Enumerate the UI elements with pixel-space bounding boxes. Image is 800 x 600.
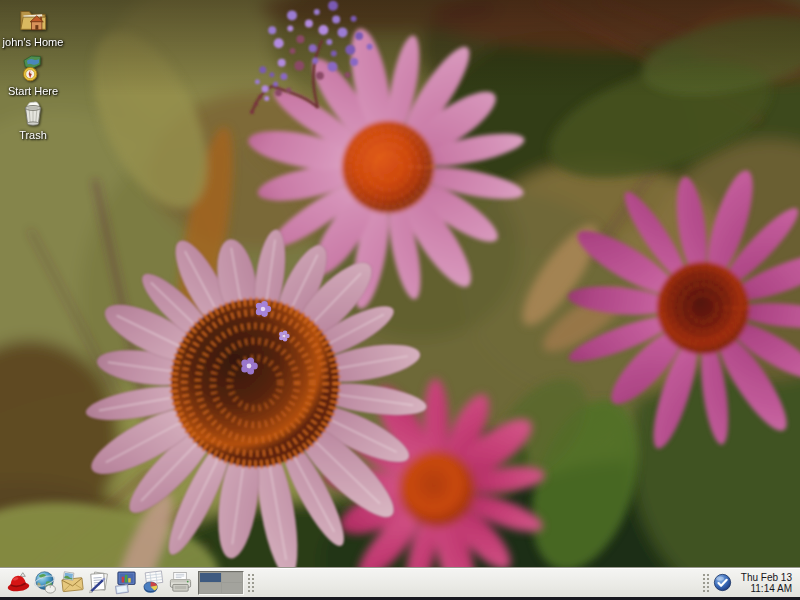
home-folder-icon (18, 4, 48, 34)
desktop-icon-label: Trash (19, 130, 47, 141)
web-browser-globe-icon (33, 570, 58, 595)
desktop-icon-label: john's Home (3, 37, 64, 48)
launcher-email[interactable] (59, 569, 86, 596)
workspace-switcher[interactable] (198, 571, 244, 595)
workspace-cell-3[interactable] (200, 583, 221, 593)
word-processor-icon (87, 570, 112, 595)
spreadsheet-icon (141, 570, 166, 595)
workspace-cell-2[interactable] (222, 573, 243, 583)
printer-icon (168, 570, 193, 595)
panel-drag-handle[interactable] (247, 573, 254, 593)
workspace-cell-1[interactable] (200, 573, 221, 583)
launcher-web-browser[interactable] (32, 569, 59, 596)
bottom-panel: Thu Feb 13 11:14 AM (0, 567, 800, 597)
launcher-presentation[interactable] (113, 569, 140, 596)
desktop[interactable]: john's Home Start Here Trash (0, 0, 800, 600)
presentation-icon (114, 570, 139, 595)
clock-date: Thu Feb 13 (741, 572, 792, 583)
redhat-menu-icon (6, 570, 31, 595)
trash-icon (18, 97, 48, 127)
update-notifier[interactable] (712, 572, 733, 593)
launcher-printer[interactable] (167, 569, 194, 596)
desktop-icon-home[interactable]: john's Home (2, 4, 64, 48)
clock-time: 11:14 AM (750, 583, 792, 594)
start-here-icon (18, 53, 48, 83)
email-envelope-icon (60, 570, 85, 595)
desktop-icon-start-here[interactable]: Start Here (2, 53, 64, 97)
launcher-spreadsheet[interactable] (140, 569, 167, 596)
desktop-icon-label: Start Here (8, 86, 58, 97)
notification-area-drag-handle[interactable] (702, 573, 709, 593)
desktop-icon-trash[interactable]: Trash (2, 97, 64, 141)
launcher-main-menu[interactable] (5, 569, 32, 596)
clock-applet[interactable]: Thu Feb 13 11:14 AM (741, 572, 792, 594)
workspace-cell-4[interactable] (222, 583, 243, 593)
desktop-wallpaper (0, 0, 800, 600)
update-check-icon (713, 573, 732, 592)
launcher-word-processor[interactable] (86, 569, 113, 596)
